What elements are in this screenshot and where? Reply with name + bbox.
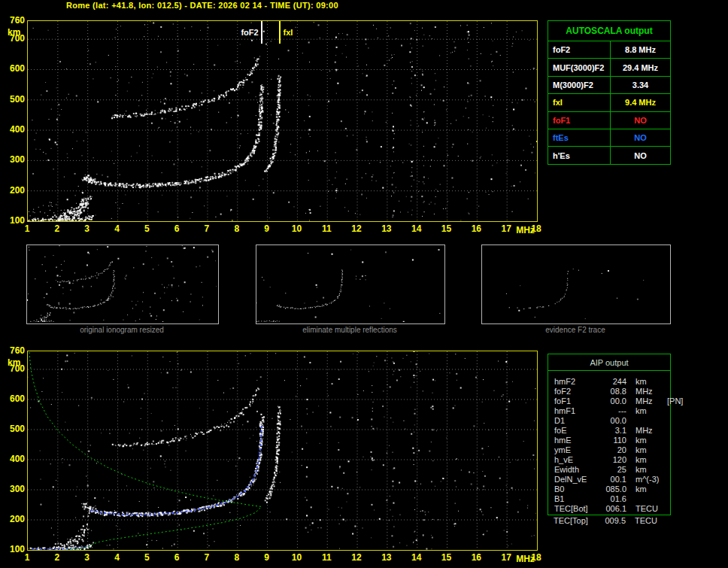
autoscala-row-value: 9.4 MHz <box>611 94 670 111</box>
aip-cell: km <box>626 455 664 464</box>
station-date-time-title: Rome (lat: +41.8, lon: 012.5) - DATE: 20… <box>66 1 338 10</box>
aip-row-ymE: ymE20km <box>548 445 670 454</box>
x-tick-11: 11 <box>322 552 332 563</box>
y-tick-400: 400 <box>2 124 25 135</box>
aip-cell: km <box>626 465 664 474</box>
aip-cell: 120 <box>596 455 626 464</box>
foF2-marker-label: foF2 <box>230 28 259 37</box>
y-tick-500: 500 <box>2 424 25 434</box>
tec-top-unit: TECU <box>626 516 663 525</box>
aip-cell: [PN] <box>664 396 683 405</box>
thumbnail-f2-canvas <box>482 245 669 322</box>
aip-cell: --- <box>596 406 626 415</box>
x-tick-13: 13 <box>381 223 391 234</box>
aip-row-B0: B0085.0km <box>548 484 670 494</box>
x-tick-10: 10 <box>292 552 302 563</box>
aip-cell: B1 <box>554 494 596 503</box>
thumbnail-multiples-canvas <box>256 245 443 322</box>
aip-cell: 244 <box>596 377 626 386</box>
aip-cell: D1 <box>554 416 596 425</box>
y-tick-400: 400 <box>2 454 25 464</box>
thumbnail-multiples-removed <box>256 245 445 324</box>
aip-cell: MHz <box>626 396 664 405</box>
aip-cell: B0 <box>554 484 596 494</box>
aip-cell: 110 <box>596 436 626 445</box>
aip-row-hmF2: hmF2244km <box>548 376 670 386</box>
ionogram-plot-top: foF2 fxI <box>27 20 538 222</box>
x-tick-6: 6 <box>174 552 180 563</box>
autoscala-row-label: M(3000)F2 <box>548 77 611 93</box>
aip-cell: 01.6 <box>596 494 626 503</box>
thumbnail-original-canvas <box>27 245 217 322</box>
autoscala-row-value: NO <box>611 129 670 146</box>
ionogram-top-canvas <box>28 21 537 221</box>
aip-cell: km <box>626 436 664 445</box>
x-tick-7: 7 <box>205 223 210 234</box>
aip-cell: km <box>626 406 664 415</box>
tec-top-row: TEC[Top] 009.5 TECU <box>548 515 669 525</box>
x-tick-4: 4 <box>114 223 120 234</box>
aip-cell: 20 <box>596 445 626 454</box>
x-tick-8: 8 <box>234 223 239 234</box>
autoscala-row-foF2: foF28.8 MHz <box>548 41 670 59</box>
x-tick-16: 16 <box>472 552 481 563</box>
x-tick-12: 12 <box>351 552 361 563</box>
aip-cell: TECU <box>626 504 664 513</box>
autoscala-row-ftEs: ftEsNO <box>548 129 670 147</box>
x-tick-1: 1 <box>25 223 30 234</box>
aip-cell: 006.1 <box>596 504 626 513</box>
x-tick-2: 2 <box>54 223 59 234</box>
aip-cell: 3.1 <box>596 426 626 435</box>
autoscala-row-label: fxI <box>548 94 611 111</box>
x-tick-15: 15 <box>441 552 451 563</box>
aip-cell: h_vE <box>554 455 596 464</box>
autoscala-rows: foF28.8 MHzMUF(3000)F229.4 MHzM(3000)F23… <box>548 41 670 164</box>
x-tick-13: 13 <box>381 552 391 563</box>
y-tick-500: 500 <box>2 94 25 105</box>
thumbnail-f2-trace <box>481 245 671 324</box>
x-axis-unit: MHz <box>516 225 535 235</box>
y-tick-760: 760 <box>2 15 25 26</box>
aip-cell: m^(-3) <box>626 475 664 484</box>
x-tick-9: 9 <box>264 223 269 234</box>
x-tick-14: 14 <box>411 223 421 234</box>
x-tick-3: 3 <box>84 223 89 234</box>
aip-cell: foF1 <box>554 396 596 405</box>
fxI-marker-line <box>279 21 281 44</box>
autoscala-row-h'Es: h'EsNO <box>548 147 670 163</box>
x-tick-14: 14 <box>411 552 421 563</box>
aip-cell: 00.1 <box>596 475 626 484</box>
aip-cell: Ewidth <box>554 465 596 474</box>
aip-cell: hmF1 <box>554 406 596 415</box>
y-tick-200: 200 <box>2 185 25 196</box>
x-tick-12: 12 <box>351 223 361 234</box>
y-tick-760: 760 <box>2 345 25 356</box>
x-tick-5: 5 <box>144 552 150 563</box>
aip-cell: hmE <box>554 436 596 445</box>
foF2-marker-line <box>261 21 262 44</box>
x-axis-unit: MHz <box>516 554 535 564</box>
aip-cell: foF2 <box>554 387 596 396</box>
aip-row-h_vE: h_vE120km <box>548 454 670 464</box>
ionogram-plot-bottom <box>27 351 538 551</box>
aip-cell: 00.0 <box>596 396 626 405</box>
aip-cell: ymE <box>554 445 596 454</box>
thumbnail-caption-f2: evidence F2 trace <box>481 326 669 334</box>
aip-cell: DelN_vE <box>554 475 596 484</box>
aip-row-hmF1: hmF1---km <box>548 405 670 415</box>
autoscala-row-value: 3.34 <box>611 77 670 93</box>
y-tick-600: 600 <box>2 393 25 404</box>
tec-top-name: TEC[Top] <box>554 516 596 525</box>
thumbnail-original-ionogram <box>26 245 219 324</box>
autoscala-panel-title: AUTOSCALA output <box>548 21 670 41</box>
x-tick-5: 5 <box>144 223 150 234</box>
x-tick-17: 17 <box>501 223 511 234</box>
autoscala-row-value: NO <box>611 112 670 129</box>
aip-output-panel: AIP output hmF2244kmfoF208.8MHzfoF100.0M… <box>548 354 671 515</box>
x-tick-4: 4 <box>114 552 120 563</box>
x-tick-10: 10 <box>292 223 302 234</box>
aip-cell: TEC[Bot] <box>554 504 596 513</box>
aip-cell: 00.0 <box>596 416 626 425</box>
autoscala-row-label: MUF(3000)F2 <box>548 59 611 75</box>
aip-cell: 085.0 <box>596 484 626 494</box>
